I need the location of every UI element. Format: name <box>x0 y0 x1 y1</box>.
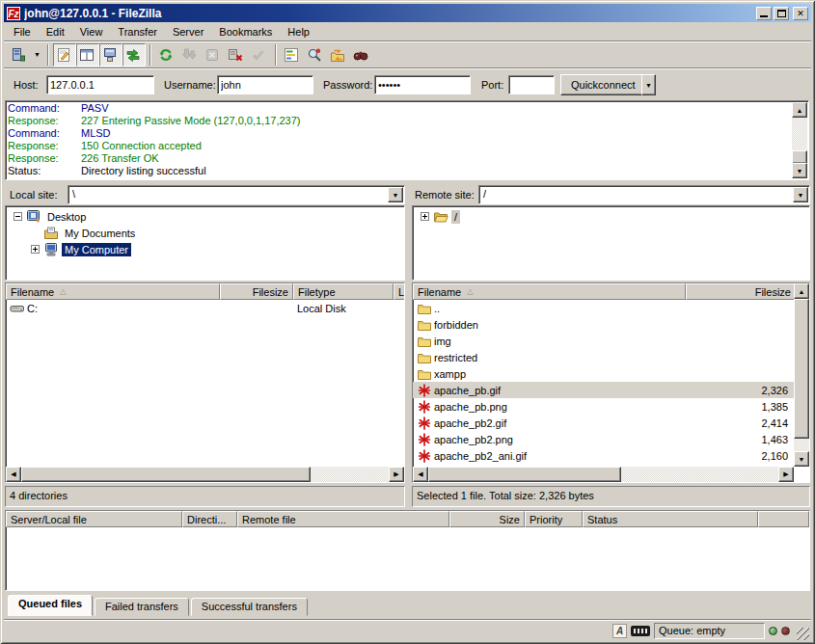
filezilla-logo-icon: Fz <box>7 7 20 20</box>
port-input[interactable] <box>508 75 555 94</box>
queue-column-remote-file[interactable]: Remote file <box>237 511 449 527</box>
find-files-button[interactable] <box>350 43 373 67</box>
queue-column-size[interactable]: Size <box>449 511 525 527</box>
synchronized-browsing-button[interactable] <box>327 43 350 67</box>
scrollbar-thumb[interactable] <box>792 150 807 164</box>
minimize-button[interactable] <box>756 7 772 20</box>
menu-file[interactable]: File <box>6 24 39 40</box>
toggle-remote-tree-button[interactable] <box>99 43 122 67</box>
scroll-down-button[interactable]: ▼ <box>792 163 807 178</box>
disconnect-button[interactable] <box>225 43 248 67</box>
filename-cell: apache_pb2.png <box>413 432 686 447</box>
menu-server[interactable]: Server <box>165 24 211 40</box>
file-row-img[interactable]: img <box>413 333 794 349</box>
local-site-combo[interactable]: \ ▼ <box>68 185 405 204</box>
tab-queued-files[interactable]: Queued files <box>8 595 93 616</box>
close-button[interactable]: ✕ <box>793 7 808 20</box>
column-header-filename[interactable]: Filename△ <box>413 283 686 300</box>
collapse-icon[interactable] <box>14 212 22 221</box>
combo-arrow-icon[interactable]: ▼ <box>793 187 808 202</box>
column-header-label: Directi... <box>187 514 226 525</box>
scroll-left-button[interactable]: ◀ <box>413 467 428 482</box>
file-row-apache-pb-png[interactable]: apache_pb.png1,385 <box>413 398 794 415</box>
queue-column-priority[interactable]: Priority <box>525 511 583 527</box>
message-log-panel: Command:PASVResponse:227 Entering Passiv… <box>5 100 809 180</box>
scrollbar-thumb[interactable] <box>428 467 621 482</box>
tree-item-desktop[interactable]: Desktop <box>6 208 404 225</box>
file-row-xampp[interactable]: xampp <box>413 365 794 382</box>
quickconnect-dropdown-button[interactable]: ▼ <box>641 74 656 95</box>
column-header-label: Status <box>587 514 617 525</box>
column-header-l[interactable]: L <box>394 283 404 300</box>
menu-edit[interactable]: Edit <box>39 24 72 40</box>
menu-help[interactable]: Help <box>280 24 317 40</box>
file-row-C-[interactable]: C:Local Disk <box>6 300 404 316</box>
tab-successful-transfers[interactable]: Successful transfers <box>191 598 308 616</box>
filename-text: xampp <box>434 368 466 380</box>
scroll-up-button[interactable]: ▲ <box>794 283 809 299</box>
toggle-local-tree-button[interactable] <box>76 43 99 67</box>
filename-text: forbidden <box>434 319 478 331</box>
scroll-up-button[interactable]: ▲ <box>792 102 807 118</box>
tab-failed-transfers[interactable]: Failed transfers <box>95 598 189 616</box>
queue-column-server-local-file[interactable]: Server/Local file <box>6 511 182 527</box>
file-row--[interactable]: .. <box>413 300 794 316</box>
queue-column-status[interactable]: Status <box>583 511 758 527</box>
password-input[interactable] <box>374 75 471 94</box>
toggle-log-view-button[interactable] <box>53 43 76 67</box>
column-header-filesize[interactable]: Filesize <box>686 283 794 300</box>
remote-site-combo[interactable]: / ▼ <box>478 185 810 204</box>
tree-item--[interactable]: / <box>413 208 809 225</box>
column-header-filename[interactable]: Filename△ <box>6 283 220 300</box>
local-horizontal-scrollbar[interactable]: ◀ ▶ <box>6 467 404 482</box>
file-row-apache-pb-gif[interactable]: apache_pb.gif2,326 <box>413 382 794 398</box>
file-row-forbidden[interactable]: forbidden <box>413 316 794 333</box>
site-manager-button[interactable] <box>8 43 31 67</box>
expand-icon[interactable] <box>31 245 40 254</box>
file-row-apache-pb2-png[interactable]: apache_pb2.png1,463 <box>413 431 794 447</box>
column-header-label: Filesize <box>755 286 791 298</box>
column-header-filesize[interactable]: Filesize <box>220 283 293 300</box>
log-view-icon <box>56 47 71 63</box>
toggle-queue-view-button[interactable] <box>122 43 146 67</box>
menu-transfer[interactable]: Transfer <box>110 24 165 40</box>
file-row-apache-pb2-gif[interactable]: apache_pb2.gif2,414 <box>413 415 794 431</box>
host-input[interactable] <box>46 75 154 94</box>
file-row-apache-pb2-ani-gif[interactable]: apache_pb2_ani.gif2,160 <box>413 447 794 464</box>
username-input[interactable] <box>217 75 313 94</box>
host-label: Host: <box>14 79 39 91</box>
refresh-button[interactable] <box>155 43 178 67</box>
tree-item-my-documents[interactable]: My Documents <box>6 225 404 241</box>
remote-horizontal-scrollbar[interactable]: ◀ ▶ <box>413 467 794 482</box>
scroll-down-button[interactable]: ▼ <box>794 451 809 467</box>
scroll-right-button[interactable]: ▶ <box>778 467 794 482</box>
filename-text: apache_pb2_ani.gif <box>434 450 527 462</box>
cancel-icon <box>204 47 220 63</box>
remote-vertical-scrollbar[interactable]: ▲ ▼ <box>794 283 809 467</box>
maximize-button[interactable] <box>774 7 789 20</box>
activity-led-green <box>769 627 777 635</box>
log-scrollbar[interactable]: ▲ ▼ <box>792 102 807 178</box>
directory-listing-filters-button[interactable] <box>281 43 304 67</box>
scroll-left-button[interactable]: ◀ <box>6 467 21 482</box>
menu-bookmarks[interactable]: Bookmarks <box>211 24 280 40</box>
scroll-right-button[interactable]: ▶ <box>389 467 404 482</box>
queue-column-spacer[interactable] <box>758 511 809 527</box>
file-row-restricted[interactable]: restricted <box>413 349 794 365</box>
combo-arrow-icon[interactable]: ▼ <box>388 187 403 202</box>
filename-text: apache_pb2.png <box>434 434 513 445</box>
folder-icon <box>417 301 432 316</box>
directory-comparison-button[interactable] <box>304 43 327 67</box>
site-manager-dropdown-button[interactable]: ▼ <box>31 44 43 66</box>
menu-view[interactable]: View <box>72 24 111 40</box>
speed-limit-icon <box>631 626 650 636</box>
queue-column-directi-[interactable]: Directi... <box>182 511 237 527</box>
column-header-filetype[interactable]: Filetype <box>293 283 394 300</box>
scrollbar-thumb[interactable] <box>21 467 311 482</box>
expand-icon[interactable] <box>421 212 429 221</box>
resize-grip[interactable] <box>797 628 809 640</box>
quickconnect-button[interactable]: Quickconnect <box>560 74 646 95</box>
tree-item-my-computer[interactable]: My Computer <box>6 241 404 257</box>
log-line: Response:150 Connection accepted <box>8 140 793 152</box>
scrollbar-thumb[interactable] <box>794 299 809 439</box>
